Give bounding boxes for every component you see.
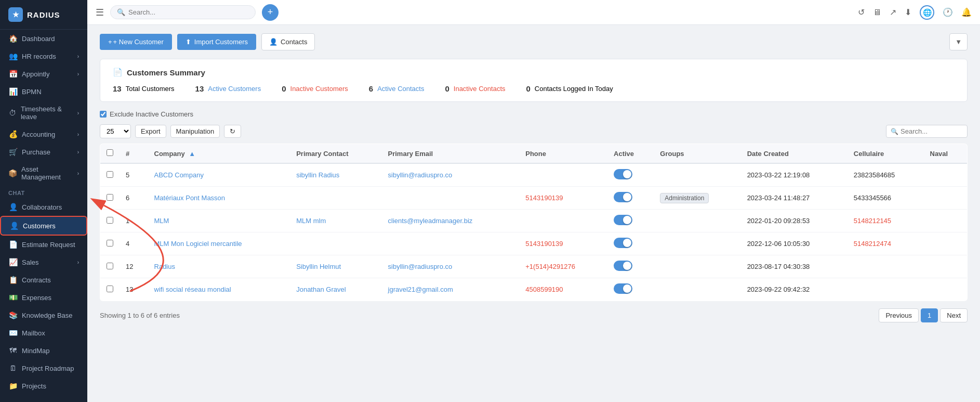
active-toggle[interactable] [614,215,632,225]
row-company[interactable]: ABCD Company [148,163,290,187]
row-checkbox-cell[interactable] [100,232,120,255]
col-id[interactable]: # [120,144,148,164]
clock-icon[interactable]: 🕐 [943,7,953,17]
row-contact[interactable]: Jonathan Gravel [290,278,381,301]
col-date-created[interactable]: Date Created [741,144,847,164]
row-active[interactable] [607,278,654,301]
sidebar-item-mindmap[interactable]: 🗺 MindMap [0,342,87,359]
search-input[interactable] [128,8,249,16]
select-all-checkbox[interactable] [107,149,113,156]
active-toggle[interactable] [614,283,632,294]
globe-icon[interactable]: 🌐 [920,5,934,20]
table-search-input[interactable] [900,127,963,135]
row-contact[interactable]: Sibyllin Helmut [290,255,381,278]
import-customers-button[interactable]: ⬆ Import Customers [177,34,256,50]
row-cellulaire[interactable]: 5148212145 [847,210,924,232]
stat-inactive-customers[interactable]: 0 Inactive Customers [282,84,348,93]
new-customer-button[interactable]: + + New Customer [100,34,172,50]
per-page-select[interactable]: 25 10 50 100 [100,124,131,138]
row-contact[interactable]: MLM mlm [290,210,381,232]
row-company[interactable]: MLM Mon Logiciel mercantile [148,232,290,255]
row-cellulaire[interactable]: 5148212474 [847,232,924,255]
active-toggle[interactable] [614,169,632,179]
row-email[interactable] [382,187,520,210]
row-phone[interactable] [519,163,607,187]
sidebar-item-appointly[interactable]: 📅 Appointly › [0,65,87,83]
sidebar-item-projects[interactable]: 📁 Projects [0,377,87,395]
next-button[interactable]: Next [940,308,968,322]
sidebar-item-project-roadmap[interactable]: 🗓 Project Roadmap [0,359,87,377]
row-company[interactable]: MLM [148,210,290,232]
stat-inactive-contacts[interactable]: 0 Inactive Contacts [445,84,505,93]
row-checkbox-cell[interactable] [100,187,120,210]
export-button[interactable]: Export [135,125,166,138]
sidebar-item-purchase[interactable]: 🛒 Purchase › [0,143,87,161]
row-phone[interactable]: 5143190139 [519,187,607,210]
row-active[interactable] [607,163,654,187]
row-phone[interactable]: 4508599190 [519,278,607,301]
row-checkbox[interactable] [107,171,113,178]
row-active[interactable] [607,232,654,255]
col-primary-email[interactable]: Primary Email [382,144,520,164]
row-company[interactable]: wifi social réseau mondial [148,278,290,301]
col-primary-contact[interactable]: Primary Contact [290,144,381,164]
monitor-icon[interactable]: 🖥 [873,8,881,17]
bell-icon[interactable]: 🔔 [961,7,972,17]
exclude-inactive-checkbox[interactable] [100,111,107,118]
row-email[interactable] [382,232,520,255]
sidebar-item-timesheets[interactable]: ⏱ Timesheets & leave › [0,100,87,125]
sidebar-item-knowledge-base[interactable]: 📚 Knowledge Base [0,306,87,324]
menu-icon[interactable]: ☰ [96,7,104,18]
col-phone[interactable]: Phone [519,144,607,164]
row-active[interactable] [607,187,654,210]
row-phone[interactable]: 5143190139 [519,232,607,255]
sidebar-item-expenses[interactable]: 💵 Expenses [0,289,87,306]
row-cellulaire[interactable]: 23823584685 [847,163,924,187]
row-checkbox[interactable] [107,240,113,247]
row-company[interactable]: Radius [148,255,290,278]
app-logo[interactable]: ★ RADIUS [0,0,87,30]
sidebar-item-customers[interactable]: 👤 Customers [0,216,87,236]
active-toggle[interactable] [614,238,632,248]
row-cellulaire[interactable]: 5433345566 [847,187,924,210]
sidebar-item-collaborators[interactable]: 👤 Collaborators [0,198,87,216]
active-toggle[interactable] [614,261,632,271]
sidebar-item-hr-records[interactable]: 👥 HR records › [0,47,87,65]
col-company[interactable]: Company ▲ [148,144,290,164]
sidebar-item-sales[interactable]: 📈 Sales › [0,253,87,271]
search-bar[interactable]: 🔍 [110,5,256,19]
sidebar-item-mailbox[interactable]: ✉️ Mailbox [0,324,87,342]
manipulation-button[interactable]: Manipulation [170,125,220,138]
row-active[interactable] [607,255,654,278]
sidebar-item-accounting[interactable]: 💰 Accounting › [0,125,87,143]
page-1-button[interactable]: 1 [921,308,938,322]
row-email[interactable]: sibyllin@radiuspro.co [382,255,520,278]
row-checkbox[interactable] [107,286,113,292]
sidebar-item-estimate-request[interactable]: 📄 Estimate Request [0,236,87,253]
row-cellulaire[interactable] [847,278,924,301]
add-button[interactable]: + [262,4,279,21]
row-email[interactable]: clients@myleadmanager.biz [382,210,520,232]
sidebar-item-asset-management[interactable]: 📦 Asset Management › [0,161,87,186]
row-active[interactable] [607,210,654,232]
previous-button[interactable]: Previous [879,308,919,322]
stat-active-customers[interactable]: 13 Active Customers [195,84,261,93]
row-cellulaire[interactable] [847,255,924,278]
active-toggle[interactable] [614,192,632,202]
row-checkbox-cell[interactable] [100,278,120,301]
stat-active-contacts[interactable]: 6 Active Contacts [369,84,425,93]
col-active[interactable]: Active [607,144,654,164]
table-search[interactable]: 🔍 [886,125,968,138]
row-checkbox-cell[interactable] [100,163,120,187]
row-contact[interactable] [290,187,381,210]
select-all-header[interactable] [100,144,120,164]
col-groups[interactable]: Groups [654,144,740,164]
row-email[interactable]: sibyllin@radiuspro.co [382,163,520,187]
row-checkbox[interactable] [107,263,113,269]
sidebar-item-contracts[interactable]: 📋 Contracts [0,271,87,289]
history-icon[interactable]: ↺ [858,7,865,17]
row-email[interactable]: jgravel21@gmail.com [382,278,520,301]
row-checkbox-cell[interactable] [100,255,120,278]
download-icon[interactable]: ⬇ [905,7,911,17]
row-checkbox-cell[interactable] [100,210,120,232]
